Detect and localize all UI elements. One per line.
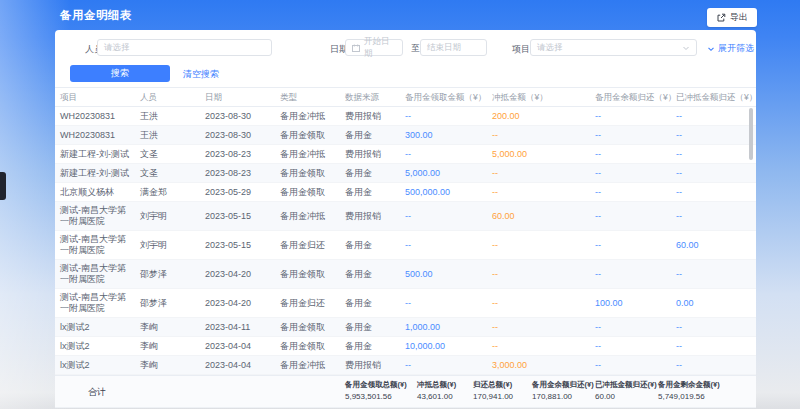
cell-date: 2023-04-20 <box>205 289 280 317</box>
cell-type: 备用金冲抵 <box>280 356 345 374</box>
clear-search-button[interactable]: 清空搜索 <box>183 68 219 81</box>
cell-offset: -- <box>492 289 595 317</box>
cell-date: 2023-04-04 <box>205 337 280 355</box>
column-header: 已冲抵金额归还（¥） <box>676 88 752 106</box>
cell-offset: -- <box>492 164 595 182</box>
export-icon <box>716 13 726 23</box>
cell-project: 新建工程-刘-测试 <box>60 164 140 182</box>
export-button[interactable]: 导出 <box>707 8 757 27</box>
cell-source: 备用金 <box>345 337 405 355</box>
expand-filters-link[interactable]: 展开筛选 <box>707 42 754 55</box>
cell-date: 2023-04-04 <box>205 356 280 374</box>
totals-row: 合计 备用金领取总额(¥)5,953,501.56冲抵总额(¥)43,601.0… <box>55 375 756 408</box>
cell-project: 测试-南昌大学第一附属医院 <box>60 260 140 288</box>
cell-source: 费用报销 <box>345 145 405 163</box>
cell-offset-return: -- <box>676 318 752 336</box>
cell-offset-return: -- <box>676 164 752 182</box>
cell-balance-return: -- <box>595 164 676 182</box>
cell-offset-return: -- <box>676 145 752 163</box>
action-bar: 搜索 清空搜索 <box>55 65 756 87</box>
cell-received: -- <box>405 231 492 259</box>
expand-filters-label: 展开筛选 <box>718 42 754 55</box>
cell-type: 备用金冲抵 <box>280 145 345 163</box>
total-item-label: 归还总额(¥) <box>473 380 513 390</box>
cell-received: -- <box>405 107 492 125</box>
cell-received: 1,000.00 <box>405 318 492 336</box>
column-header: 备用金余额归还（¥） <box>595 88 676 106</box>
column-header: 项目 <box>60 88 140 106</box>
total-item-value: 5,953,501.56 <box>345 392 407 401</box>
cell-source: 费用报销 <box>345 356 405 374</box>
total-item-value: 43,601.00 <box>417 392 456 401</box>
data-table: 项目人员日期类型数据来源备用金领取金额（¥）冲抵金额（¥）备用金余额归还（¥）已… <box>55 87 756 375</box>
cell-source: 费用报销 <box>345 107 405 125</box>
cell-offset: 60.00 <box>492 202 595 230</box>
date-start-placeholder: 开始日期 <box>364 36 396 60</box>
cell-offset: -- <box>492 337 595 355</box>
cell-date: 2023-05-15 <box>205 231 280 259</box>
table-row: 新建工程-刘-测试文圣2023-08-23备用金冲抵费用报销--5,000.00… <box>55 145 756 164</box>
cell-source: 备用金 <box>345 260 405 288</box>
cell-balance-return: -- <box>595 260 676 288</box>
cell-received: 500,000.00 <box>405 183 492 201</box>
date-end-input[interactable]: 结束日期 <box>420 39 487 56</box>
project-select[interactable]: 请选择 <box>530 39 697 56</box>
sidebar-collapse-handle[interactable] <box>0 172 6 200</box>
cell-offset-return: 0.00 <box>676 289 752 317</box>
cell-balance-return: -- <box>595 202 676 230</box>
total-item-value: 170,941.00 <box>473 392 513 401</box>
cell-received: -- <box>405 289 492 317</box>
cell-person: 李峋 <box>140 356 205 374</box>
table-row: WH20230831王洪2023-08-30备用金冲抵费用报销--200.00-… <box>55 107 756 126</box>
table-row: 北京顺义杨林满金郑2023-05-29备用金领取备用金500,000.00---… <box>55 183 756 202</box>
total-item-label: 已冲抵金额归还(¥) <box>595 380 657 390</box>
cell-person: 满金郑 <box>140 183 205 201</box>
cell-offset: -- <box>492 126 595 144</box>
cell-person: 王洪 <box>140 107 205 125</box>
cell-balance-return: -- <box>595 183 676 201</box>
chevron-down-icon <box>707 45 715 53</box>
cell-balance-return: -- <box>595 318 676 336</box>
cell-offset: 200.00 <box>492 107 595 125</box>
cell-date: 2023-04-20 <box>205 260 280 288</box>
column-header: 数据来源 <box>345 88 405 106</box>
total-item-label: 备用金领取总额(¥) <box>345 380 407 390</box>
main-panel: 人员 请选择 日期 开始日期 至 结束日期 项目 请选择 展开筛选 <box>55 30 756 400</box>
cell-balance-return: -- <box>595 126 676 144</box>
cell-project: 测试-南昌大学第一附属医院 <box>60 231 140 259</box>
total-item-value: 5,749,019.56 <box>658 392 720 401</box>
column-header: 冲抵金额（¥） <box>492 88 595 106</box>
cell-offset-return: 60.00 <box>676 231 752 259</box>
person-select[interactable]: 请选择 <box>97 39 272 56</box>
table-row: 测试-南昌大学第一附属医院邵梦泽2023-04-20备用金领取备用金500.00… <box>55 260 756 289</box>
page-title: 备用金明细表 <box>60 0 132 30</box>
cell-person: 邵梦泽 <box>140 289 205 317</box>
date-start-input[interactable]: 开始日期 <box>345 39 403 56</box>
cell-date: 2023-04-11 <box>205 318 280 336</box>
total-item: 备用金领取总额(¥)5,953,501.56 <box>345 380 407 401</box>
cell-received: -- <box>405 145 492 163</box>
cell-type: 备用金归还 <box>280 231 345 259</box>
cell-received: 5,000.00 <box>405 164 492 182</box>
cell-date: 2023-08-30 <box>205 107 280 125</box>
table-row: WH20230831王洪2023-08-30备用金领取备用金300.00----… <box>55 126 756 145</box>
cell-received: -- <box>405 202 492 230</box>
cell-project: 测试-南昌大学第一附属医院 <box>60 202 140 230</box>
cell-person: 文圣 <box>140 145 205 163</box>
total-item-value: 170,881.00 <box>532 392 594 401</box>
cell-project: WH20230831 <box>60 126 140 144</box>
search-button[interactable]: 搜索 <box>70 65 170 82</box>
column-header: 备用金领取金额（¥） <box>405 88 492 106</box>
totals-label: 合计 <box>88 385 106 398</box>
cell-person: 邵梦泽 <box>140 260 205 288</box>
export-label: 导出 <box>730 11 748 24</box>
table-scrollbar[interactable] <box>749 108 753 160</box>
total-item: 冲抵总额(¥)43,601.00 <box>417 380 456 401</box>
cell-type: 备用金冲抵 <box>280 107 345 125</box>
cell-type: 备用金领取 <box>280 260 345 288</box>
total-item: 备用金余额归还(¥)170,881.00 <box>532 380 594 401</box>
cell-offset: -- <box>492 231 595 259</box>
cell-person: 文圣 <box>140 164 205 182</box>
cell-date: 2023-08-30 <box>205 126 280 144</box>
date-range-separator: 至 <box>411 43 420 55</box>
